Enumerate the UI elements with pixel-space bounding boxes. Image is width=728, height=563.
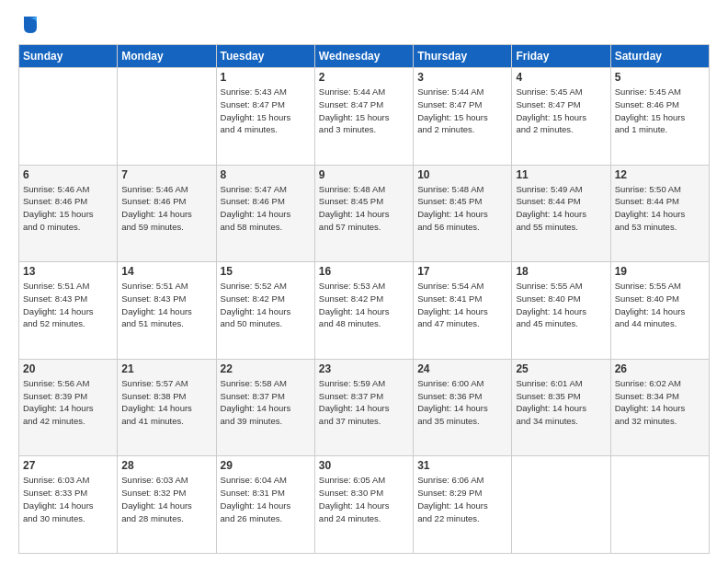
day-number: 11 [516, 168, 606, 181]
calendar-cell: 5Sunrise: 5:45 AM Sunset: 8:46 PM Daylig… [610, 68, 709, 166]
weekday-header-row: SundayMondayTuesdayWednesdayThursdayFrid… [19, 45, 710, 68]
calendar-cell: 25Sunrise: 6:01 AM Sunset: 8:35 PM Dayli… [512, 359, 610, 456]
calendar-cell: 3Sunrise: 5:44 AM Sunset: 8:47 PM Daylig… [414, 68, 512, 166]
day-info: Sunrise: 6:06 AM Sunset: 8:29 PM Dayligh… [417, 474, 507, 524]
day-number: 26 [615, 362, 705, 375]
day-info: Sunrise: 5:43 AM Sunset: 8:47 PM Dayligh… [221, 86, 311, 136]
calendar-cell: 27Sunrise: 6:03 AM Sunset: 8:33 PM Dayli… [19, 456, 118, 554]
day-number: 14 [121, 265, 211, 278]
calendar-cell: 21Sunrise: 5:57 AM Sunset: 8:38 PM Dayli… [118, 359, 216, 456]
day-number: 31 [417, 459, 507, 472]
calendar-cell: 22Sunrise: 5:58 AM Sunset: 8:37 PM Dayli… [216, 359, 314, 456]
day-info: Sunrise: 5:56 AM Sunset: 8:39 PM Dayligh… [23, 377, 113, 428]
calendar-cell [118, 68, 216, 166]
calendar-week-row: 13Sunrise: 5:51 AM Sunset: 8:43 PM Dayli… [19, 262, 710, 360]
calendar-cell: 12Sunrise: 5:50 AM Sunset: 8:44 PM Dayli… [610, 165, 709, 262]
day-number: 24 [417, 362, 507, 375]
day-info: Sunrise: 5:47 AM Sunset: 8:46 PM Dayligh… [221, 183, 311, 234]
day-info: Sunrise: 5:44 AM Sunset: 8:47 PM Dayligh… [319, 86, 409, 136]
calendar-cell: 1Sunrise: 5:43 AM Sunset: 8:47 PM Daylig… [216, 68, 314, 166]
calendar-cell: 2Sunrise: 5:44 AM Sunset: 8:47 PM Daylig… [314, 68, 413, 166]
calendar-cell: 7Sunrise: 5:46 AM Sunset: 8:46 PM Daylig… [118, 165, 216, 262]
weekday-header-wednesday: Wednesday [314, 45, 413, 68]
day-number: 2 [319, 71, 409, 84]
day-number: 17 [417, 265, 507, 278]
day-number: 18 [516, 265, 606, 278]
calendar-cell: 18Sunrise: 5:55 AM Sunset: 8:40 PM Dayli… [512, 262, 610, 360]
calendar-cell: 30Sunrise: 6:05 AM Sunset: 8:30 PM Dayli… [314, 456, 413, 554]
day-number: 28 [121, 459, 211, 472]
day-info: Sunrise: 5:59 AM Sunset: 8:37 PM Dayligh… [319, 377, 409, 428]
day-info: Sunrise: 5:52 AM Sunset: 8:42 PM Dayligh… [221, 280, 311, 330]
calendar-cell: 26Sunrise: 6:02 AM Sunset: 8:34 PM Dayli… [610, 359, 709, 456]
calendar-cell [512, 456, 610, 554]
day-info: Sunrise: 5:58 AM Sunset: 8:37 PM Dayligh… [221, 377, 311, 428]
day-info: Sunrise: 6:05 AM Sunset: 8:30 PM Dayligh… [319, 474, 409, 524]
weekday-header-monday: Monday [118, 45, 216, 68]
day-number: 5 [615, 71, 705, 84]
calendar-week-row: 6Sunrise: 5:46 AM Sunset: 8:46 PM Daylig… [19, 165, 710, 262]
day-info: Sunrise: 6:00 AM Sunset: 8:36 PM Dayligh… [417, 377, 507, 428]
day-info: Sunrise: 6:03 AM Sunset: 8:33 PM Dayligh… [23, 474, 113, 524]
calendar-cell: 15Sunrise: 5:52 AM Sunset: 8:42 PM Dayli… [216, 262, 314, 360]
day-number: 6 [23, 168, 113, 181]
day-number: 23 [319, 362, 409, 375]
day-info: Sunrise: 5:51 AM Sunset: 8:43 PM Dayligh… [121, 280, 211, 330]
day-number: 8 [221, 168, 311, 181]
day-info: Sunrise: 5:45 AM Sunset: 8:47 PM Dayligh… [516, 86, 606, 136]
day-number: 22 [221, 362, 311, 375]
calendar-cell: 24Sunrise: 6:00 AM Sunset: 8:36 PM Dayli… [414, 359, 512, 456]
header [18, 17, 710, 35]
calendar-week-row: 1Sunrise: 5:43 AM Sunset: 8:47 PM Daylig… [19, 68, 710, 166]
calendar-cell: 20Sunrise: 5:56 AM Sunset: 8:39 PM Dayli… [19, 359, 118, 456]
calendar-cell: 11Sunrise: 5:49 AM Sunset: 8:44 PM Dayli… [512, 165, 610, 262]
weekday-header-thursday: Thursday [414, 45, 512, 68]
calendar-cell: 6Sunrise: 5:46 AM Sunset: 8:46 PM Daylig… [19, 165, 118, 262]
day-number: 10 [417, 168, 507, 181]
day-info: Sunrise: 5:46 AM Sunset: 8:46 PM Dayligh… [23, 183, 113, 234]
day-number: 27 [23, 459, 113, 472]
day-number: 20 [23, 362, 113, 375]
day-info: Sunrise: 5:55 AM Sunset: 8:40 PM Dayligh… [615, 280, 705, 330]
weekday-header-tuesday: Tuesday [216, 45, 314, 68]
day-info: Sunrise: 5:48 AM Sunset: 8:45 PM Dayligh… [319, 183, 409, 234]
calendar-week-row: 20Sunrise: 5:56 AM Sunset: 8:39 PM Dayli… [19, 359, 710, 456]
calendar-cell: 8Sunrise: 5:47 AM Sunset: 8:46 PM Daylig… [216, 165, 314, 262]
calendar-cell: 4Sunrise: 5:45 AM Sunset: 8:47 PM Daylig… [512, 68, 610, 166]
day-number: 12 [615, 168, 705, 181]
day-number: 7 [121, 168, 211, 181]
day-number: 15 [221, 265, 311, 278]
calendar-cell: 19Sunrise: 5:55 AM Sunset: 8:40 PM Dayli… [610, 262, 709, 360]
day-info: Sunrise: 6:02 AM Sunset: 8:34 PM Dayligh… [615, 377, 705, 428]
calendar-cell: 23Sunrise: 5:59 AM Sunset: 8:37 PM Dayli… [314, 359, 413, 456]
day-info: Sunrise: 5:44 AM Sunset: 8:47 PM Dayligh… [417, 86, 507, 136]
weekday-header-saturday: Saturday [610, 45, 709, 68]
calendar-table: SundayMondayTuesdayWednesdayThursdayFrid… [18, 44, 710, 554]
day-info: Sunrise: 6:03 AM Sunset: 8:32 PM Dayligh… [121, 474, 211, 524]
day-number: 19 [615, 265, 705, 278]
calendar-cell: 29Sunrise: 6:04 AM Sunset: 8:31 PM Dayli… [216, 456, 314, 554]
day-info: Sunrise: 5:50 AM Sunset: 8:44 PM Dayligh… [615, 183, 705, 234]
day-number: 4 [516, 71, 606, 84]
calendar-cell: 31Sunrise: 6:06 AM Sunset: 8:29 PM Dayli… [414, 456, 512, 554]
day-info: Sunrise: 5:45 AM Sunset: 8:46 PM Dayligh… [615, 86, 705, 136]
calendar-cell: 28Sunrise: 6:03 AM Sunset: 8:32 PM Dayli… [118, 456, 216, 554]
weekday-header-friday: Friday [512, 45, 610, 68]
calendar-cell: 16Sunrise: 5:53 AM Sunset: 8:42 PM Dayli… [314, 262, 413, 360]
calendar-cell: 9Sunrise: 5:48 AM Sunset: 8:45 PM Daylig… [314, 165, 413, 262]
logo [18, 17, 39, 35]
day-info: Sunrise: 5:46 AM Sunset: 8:46 PM Dayligh… [121, 183, 211, 234]
day-number: 29 [221, 459, 311, 472]
weekday-header-sunday: Sunday [19, 45, 118, 68]
calendar-cell [19, 68, 118, 166]
day-number: 13 [23, 265, 113, 278]
calendar-cell: 10Sunrise: 5:48 AM Sunset: 8:45 PM Dayli… [414, 165, 512, 262]
calendar-cell: 13Sunrise: 5:51 AM Sunset: 8:43 PM Dayli… [19, 262, 118, 360]
day-number: 25 [516, 362, 606, 375]
day-info: Sunrise: 5:53 AM Sunset: 8:42 PM Dayligh… [319, 280, 409, 330]
day-info: Sunrise: 5:54 AM Sunset: 8:41 PM Dayligh… [417, 280, 507, 330]
logo-icon [22, 15, 39, 35]
day-info: Sunrise: 6:01 AM Sunset: 8:35 PM Dayligh… [516, 377, 606, 428]
day-number: 16 [319, 265, 409, 278]
page: SundayMondayTuesdayWednesdayThursdayFrid… [0, 0, 728, 563]
